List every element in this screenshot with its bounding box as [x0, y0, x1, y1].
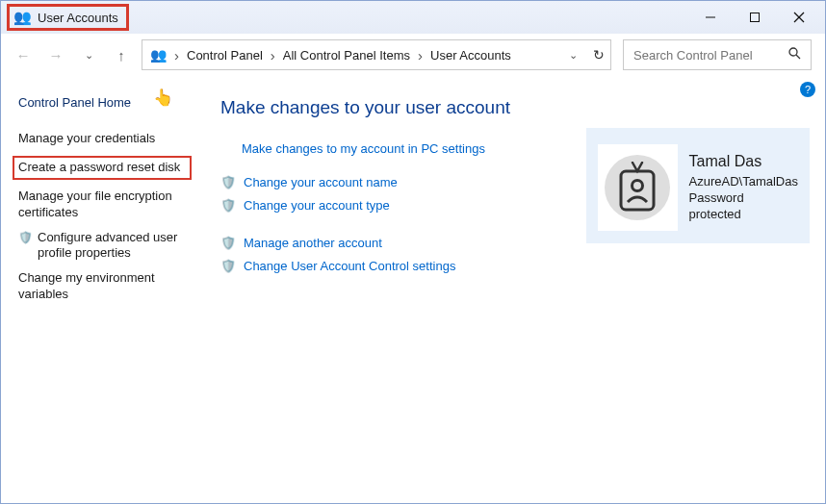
crumb-all-items[interactable]: All Control Panel Items [283, 48, 410, 63]
user-domain: AzureAD\TamalDas [689, 174, 798, 190]
shield-icon: 🛡️ [18, 230, 33, 246]
window-controls [688, 2, 821, 33]
avatar [605, 155, 670, 220]
window: 👥 User Accounts ← → ⌄ ↑ 👥 Control Panel … [0, 0, 826, 504]
user-status: Password protected [689, 190, 798, 223]
svg-rect-1 [751, 13, 760, 22]
close-button[interactable] [777, 2, 821, 33]
sidebar-item-label: Manage your file encryption certificates [18, 189, 186, 221]
maximize-button[interactable] [733, 2, 777, 33]
nav-arrows: ← → ⌄ ↑ [14, 46, 130, 63]
refresh-button[interactable]: ↻ [593, 47, 605, 63]
change-uac-settings-link[interactable]: Change User Account Control settings [244, 259, 455, 273]
sidebar-item-configure-advanced-profile[interactable]: 🛡️ Configure advanced user profile prope… [18, 230, 186, 263]
minimize-button[interactable] [688, 2, 733, 33]
svg-point-7 [632, 181, 643, 191]
avatar-wrap [598, 144, 678, 231]
page-heading: Make changes to your user account [220, 97, 806, 118]
control-panel-home[interactable]: Control Panel Home [18, 95, 186, 110]
back-button[interactable]: ← [14, 46, 32, 63]
up-button[interactable]: ↑ [113, 46, 130, 63]
shield-icon: 🛡️ [220, 259, 236, 273]
window-title: User Accounts [38, 11, 118, 25]
navbar: ← → ⌄ ↑ 👥 Control Panel All Control Pane… [1, 34, 825, 76]
change-account-name-link[interactable]: Change your account name [244, 175, 398, 189]
sidebar-item-label: Manage your credentials [18, 131, 155, 147]
content: ? 👆 Control Panel Home Manage your crede… [1, 76, 825, 503]
search-input[interactable] [633, 48, 788, 63]
shield-icon: 🛡️ [220, 236, 236, 250]
address-bar[interactable]: 👥 Control Panel All Control Panel Items … [142, 39, 611, 70]
svg-point-4 [789, 48, 797, 56]
sidebar-item-manage-file-encryption[interactable]: Manage your file encryption certificates [18, 189, 186, 221]
pc-settings-link[interactable]: Make changes to my account in PC setting… [242, 141, 485, 156]
user-accounts-icon: 👥 [13, 9, 32, 26]
search-icon [788, 47, 801, 63]
user-card: Tamal Das AzureAD\TamalDas Password prot… [586, 128, 810, 243]
sep-icon [174, 47, 179, 63]
shield-icon: 🛡️ [220, 175, 236, 189]
manage-another-account-link[interactable]: Manage another account [244, 236, 382, 250]
sidebar-item-label: Configure advanced user profile properti… [38, 230, 186, 263]
user-name: Tamal Das [689, 152, 798, 172]
sep-icon [418, 47, 423, 63]
change-account-type-link[interactable]: Change your account type [244, 198, 390, 213]
sidebar-item-manage-credentials[interactable]: Manage your credentials [18, 131, 186, 147]
address-dropdown[interactable]: ⌄ [569, 49, 578, 62]
sidebar-item-label: Change my environment variables [18, 270, 186, 303]
user-info: Tamal Das AzureAD\TamalDas Password prot… [689, 152, 798, 222]
crumb-user-accounts[interactable]: User Accounts [430, 48, 511, 63]
sep-icon [271, 47, 275, 63]
sidebar-item-change-env-vars[interactable]: Change my environment variables [18, 270, 186, 303]
search-box[interactable] [623, 39, 812, 70]
sidebar-item-create-password-reset-disk[interactable]: Create a password reset disk [13, 156, 192, 180]
sidebar: 👆 Control Panel Home Manage your credent… [1, 76, 201, 503]
svg-line-5 [796, 55, 800, 59]
address-icon: 👥 [150, 47, 167, 63]
recent-dropdown[interactable]: ⌄ [80, 46, 97, 63]
titlebar: 👥 User Accounts [1, 1, 825, 34]
forward-button[interactable]: → [47, 46, 65, 63]
crumb-control-panel[interactable]: Control Panel [187, 48, 263, 63]
shield-icon: 🛡️ [220, 198, 236, 213]
sidebar-item-label: Create a password reset disk [18, 160, 180, 176]
title-highlight: 👥 User Accounts [7, 4, 129, 31]
main: Make changes to your user account Make c… [201, 76, 825, 503]
